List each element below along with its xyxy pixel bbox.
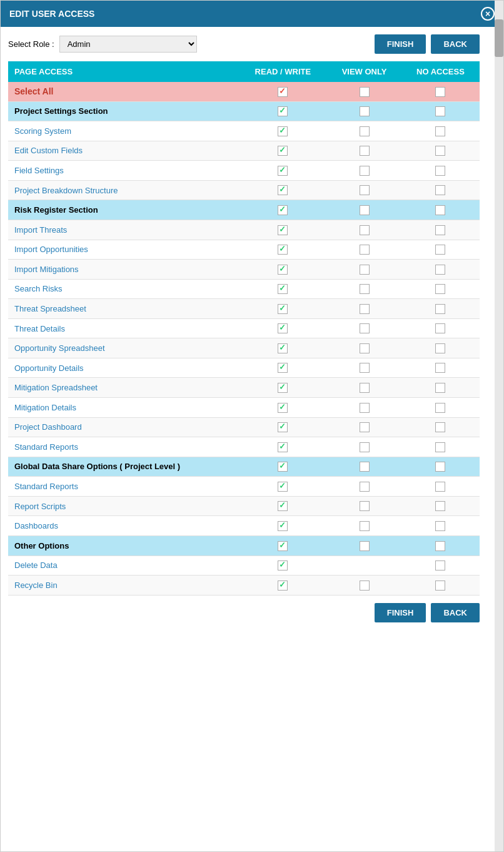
rw-checkbox[interactable] xyxy=(239,378,328,398)
na-checkbox[interactable] xyxy=(401,279,480,299)
vo-checkbox[interactable] xyxy=(327,457,401,477)
page-name-cell: Risk Register Section xyxy=(8,200,239,220)
rw-checkbox[interactable] xyxy=(239,496,328,516)
na-checkbox[interactable] xyxy=(401,101,480,121)
vo-checkbox[interactable] xyxy=(327,220,401,240)
page-name-cell: Project Breakdown Structure xyxy=(8,180,239,200)
vo-checkbox[interactable] xyxy=(327,101,401,121)
na-checkbox[interactable] xyxy=(401,398,480,418)
top-btn-group: FINISH BACK xyxy=(375,34,480,54)
vo-checkbox[interactable] xyxy=(327,180,401,200)
na-checkbox[interactable] xyxy=(401,121,480,141)
rw-checkbox[interactable] xyxy=(239,555,328,576)
na-checkbox[interactable] xyxy=(401,496,480,516)
scrollbar[interactable] xyxy=(495,1,503,851)
rw-checkbox[interactable] xyxy=(239,240,328,260)
table-row: Global Data Share Options ( Project Leve… xyxy=(8,457,480,477)
na-checkbox[interactable] xyxy=(401,161,480,181)
vo-checkbox[interactable] xyxy=(327,161,401,181)
rw-checkbox[interactable] xyxy=(239,101,328,121)
rw-checkbox[interactable] xyxy=(239,338,328,358)
vo-checkbox[interactable] xyxy=(327,299,401,319)
rw-checkbox[interactable] xyxy=(239,180,328,200)
role-select[interactable]: Admin User Guest xyxy=(59,36,197,53)
na-checkbox[interactable] xyxy=(401,477,480,497)
rw-checkbox[interactable] xyxy=(239,358,328,378)
na-checkbox[interactable] xyxy=(401,378,480,398)
rw-checkbox[interactable] xyxy=(239,457,328,477)
na-checkbox[interactable] xyxy=(401,141,480,161)
vo-checkbox[interactable] xyxy=(327,338,401,358)
na-checkbox[interactable] xyxy=(401,417,480,437)
vo-checkbox[interactable] xyxy=(327,82,401,101)
rw-checkbox[interactable] xyxy=(239,417,328,437)
rw-checkbox[interactable] xyxy=(239,200,328,220)
table-row: Threat Details xyxy=(8,318,480,338)
rw-checkbox[interactable] xyxy=(239,535,328,555)
vo-checkbox[interactable] xyxy=(327,279,401,299)
finish-button-bottom[interactable]: FINISH xyxy=(375,603,426,622)
footer-row: FINISH BACK xyxy=(8,596,480,627)
na-checkbox[interactable] xyxy=(401,457,480,477)
rw-checkbox[interactable] xyxy=(239,121,328,141)
rw-checkbox[interactable] xyxy=(239,161,328,181)
na-checkbox[interactable] xyxy=(401,535,480,555)
na-checkbox[interactable] xyxy=(401,200,480,220)
vo-checkbox[interactable] xyxy=(327,477,401,497)
rw-checkbox[interactable] xyxy=(239,260,328,280)
finish-button-top[interactable]: FINISH xyxy=(375,34,426,54)
na-checkbox[interactable] xyxy=(401,358,480,378)
na-checkbox[interactable] xyxy=(401,576,480,596)
rw-checkbox[interactable] xyxy=(239,437,328,457)
na-checkbox[interactable] xyxy=(401,318,480,338)
back-button-bottom[interactable]: BACK xyxy=(431,603,480,622)
vo-checkbox[interactable] xyxy=(327,378,401,398)
vo-checkbox[interactable] xyxy=(327,200,401,220)
na-checkbox[interactable] xyxy=(401,180,480,200)
vo-checkbox[interactable] xyxy=(327,555,401,576)
vo-checkbox[interactable] xyxy=(327,516,401,536)
na-checkbox[interactable] xyxy=(401,299,480,319)
na-checkbox[interactable] xyxy=(401,555,480,576)
vo-checkbox[interactable] xyxy=(327,496,401,516)
rw-checkbox[interactable] xyxy=(239,82,328,101)
rw-checkbox[interactable] xyxy=(239,279,328,299)
vo-checkbox[interactable] xyxy=(327,437,401,457)
vo-checkbox[interactable] xyxy=(327,260,401,280)
vo-checkbox[interactable] xyxy=(327,240,401,260)
na-checkbox[interactable] xyxy=(401,260,480,280)
vo-checkbox[interactable] xyxy=(327,318,401,338)
rw-checkbox[interactable] xyxy=(239,398,328,418)
vo-checkbox[interactable] xyxy=(327,417,401,437)
table-row: Mitigation Details xyxy=(8,398,480,418)
rw-checkbox[interactable] xyxy=(239,477,328,497)
vo-checkbox[interactable] xyxy=(327,121,401,141)
table-row: Project Breakdown Structure xyxy=(8,180,480,200)
na-checkbox[interactable] xyxy=(401,437,480,457)
rw-checkbox[interactable] xyxy=(239,318,328,338)
na-checkbox[interactable] xyxy=(401,82,480,101)
table-row: Edit Custom Fields xyxy=(8,141,480,161)
na-checkbox[interactable] xyxy=(401,220,480,240)
close-button[interactable]: × xyxy=(481,7,495,21)
back-button-top[interactable]: BACK xyxy=(431,34,480,54)
rw-checkbox[interactable] xyxy=(239,141,328,161)
vo-checkbox[interactable] xyxy=(327,576,401,596)
page-name-cell: Import Mitigations xyxy=(8,260,239,280)
role-row: Select Role : Admin User Guest FINISH BA… xyxy=(8,34,480,54)
vo-checkbox[interactable] xyxy=(327,358,401,378)
rw-checkbox[interactable] xyxy=(239,220,328,240)
vo-checkbox[interactable] xyxy=(327,535,401,555)
rw-checkbox[interactable] xyxy=(239,576,328,596)
na-checkbox[interactable] xyxy=(401,516,480,536)
table-row: Project Settings Section xyxy=(8,101,480,121)
col-read-write: READ / WRITE xyxy=(239,61,328,82)
na-checkbox[interactable] xyxy=(401,240,480,260)
page-name-cell: Search Risks xyxy=(8,279,239,299)
rw-checkbox[interactable] xyxy=(239,299,328,319)
table-row: Search Risks xyxy=(8,279,480,299)
rw-checkbox[interactable] xyxy=(239,516,328,536)
vo-checkbox[interactable] xyxy=(327,141,401,161)
na-checkbox[interactable] xyxy=(401,338,480,358)
vo-checkbox[interactable] xyxy=(327,398,401,418)
